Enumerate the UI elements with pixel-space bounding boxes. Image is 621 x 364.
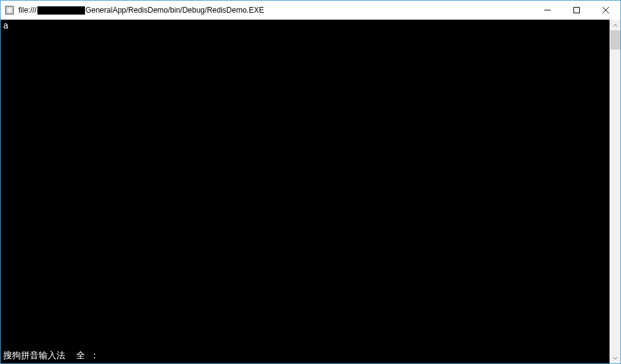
chevron-up-icon xyxy=(613,23,618,28)
scroll-down-button[interactable] xyxy=(610,353,620,363)
title-redacted xyxy=(37,6,85,15)
maximize-button[interactable] xyxy=(562,1,591,20)
maximize-icon xyxy=(573,7,580,13)
close-icon xyxy=(603,7,609,13)
scroll-thumb[interactable] xyxy=(610,30,620,49)
app-icon xyxy=(4,5,15,15)
close-button[interactable] xyxy=(591,1,620,20)
minimize-button[interactable] xyxy=(533,1,562,20)
window-controls xyxy=(533,1,620,20)
minimize-icon xyxy=(544,7,551,13)
client-area: a 搜狗拼音输入法 全 ： xyxy=(1,20,620,363)
svg-rect-3 xyxy=(574,8,580,13)
vertical-scrollbar[interactable] xyxy=(610,20,620,363)
scroll-up-button[interactable] xyxy=(610,20,620,30)
title-suffix: GeneralApp/RedisDemo/bin/Debug/RedisDemo… xyxy=(86,6,264,15)
scroll-track[interactable] xyxy=(610,30,620,353)
console-output: a xyxy=(3,21,607,31)
svg-rect-1 xyxy=(7,8,12,13)
console[interactable]: a 搜狗拼音输入法 全 ： xyxy=(1,20,610,363)
chevron-down-icon xyxy=(613,356,618,361)
title-prefix: file:/// xyxy=(18,6,37,15)
window-title: file:///GeneralApp/RedisDemo/bin/Debug/R… xyxy=(18,6,533,15)
ime-status-line: 搜狗拼音输入法 全 ： xyxy=(3,350,607,362)
titlebar[interactable]: file:///GeneralApp/RedisDemo/bin/Debug/R… xyxy=(1,1,620,20)
